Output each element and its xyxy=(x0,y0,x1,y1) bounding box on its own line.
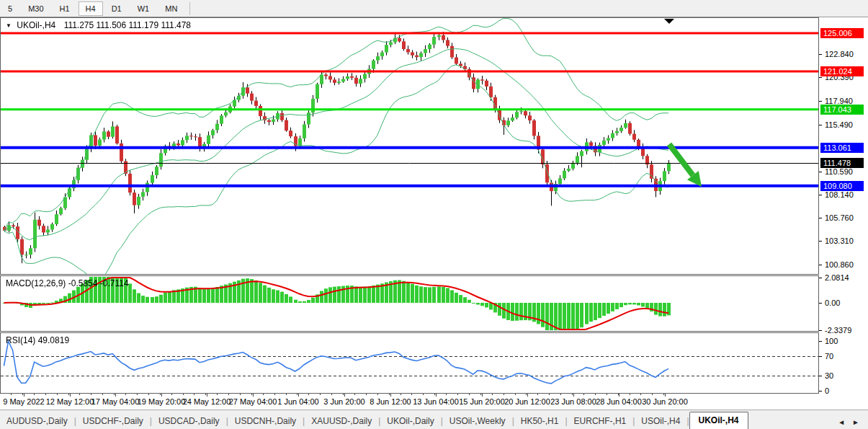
time-tick-label: 20 Jun 12:00 xyxy=(504,397,550,406)
time-tick-label: 3 Jun 20:00 xyxy=(323,397,365,406)
time-minor-tick xyxy=(183,394,184,395)
time-tick-label: 1 Jun 04:00 xyxy=(277,397,319,406)
rsi-value: 49.0819 xyxy=(38,335,69,345)
timeframe-button-d1[interactable]: D1 xyxy=(104,1,129,16)
time-minor-tick xyxy=(457,394,458,395)
time-tick-label: 9 May 2022 xyxy=(3,397,44,406)
rsi-tick-mark xyxy=(819,341,822,342)
chart-shift-marker[interactable] xyxy=(664,19,674,24)
time-tick-label: 28 Jun 04:00 xyxy=(596,397,642,406)
tab-usdcad-daily[interactable]: USDCAD-,Daily xyxy=(152,413,226,429)
time-minor-tick xyxy=(91,394,91,395)
price-tick-mark xyxy=(819,54,822,55)
price-level-badge: 117.043 xyxy=(820,105,864,115)
time-tick-mark xyxy=(390,394,391,397)
time-minor-tick xyxy=(331,394,332,395)
price-tick-mark xyxy=(819,77,822,78)
price-tick-label: 105.760 xyxy=(825,213,854,223)
time-tick-label: 13 Jun 04:00 xyxy=(413,397,459,406)
time-tick-label: 19 May 20:00 xyxy=(138,397,186,406)
macd-tick-mark xyxy=(819,278,822,278)
tab-scroll-controls: ◄► xyxy=(838,415,868,429)
time-minor-tick xyxy=(22,394,23,395)
rsi-canvas[interactable] xyxy=(1,333,818,393)
tab-usdcnh-daily[interactable]: USDCNH-,Daily xyxy=(228,413,303,429)
price-axis[interactable]: 122.840120.390117.940115.490110.590108.1… xyxy=(819,17,868,394)
tabs-scroll-left-button[interactable]: ◄ xyxy=(838,418,845,426)
time-minor-tick xyxy=(469,394,470,395)
tabs-scroll-right-button[interactable]: ► xyxy=(852,418,859,426)
time-tick-mark xyxy=(207,394,207,397)
tab-xauusd-daily[interactable]: XAUUSD-,Daily xyxy=(305,413,378,429)
time-minor-tick xyxy=(377,394,378,395)
time-minor-tick xyxy=(389,394,390,395)
time-minor-tick xyxy=(526,394,527,395)
time-minor-tick xyxy=(595,394,596,395)
timeframe-button-w1[interactable]: W1 xyxy=(130,1,157,16)
time-minor-tick xyxy=(263,394,264,395)
macd-tick-mark xyxy=(819,330,822,331)
time-minor-tick xyxy=(297,394,297,395)
tab-ukoil-daily[interactable]: UKOil-,Daily xyxy=(380,413,440,429)
time-minor-tick xyxy=(549,394,550,395)
time-tick-mark xyxy=(665,394,666,397)
time-tick-label: 17 May 04:00 xyxy=(91,397,140,406)
price-tick-label: 100.860 xyxy=(825,260,854,270)
time-minor-tick xyxy=(286,394,287,395)
time-minor-tick xyxy=(607,394,607,395)
chart-title: ▼ UKOil-,H4 111.275 111.506 111.179 111.… xyxy=(6,20,191,30)
symbol-dropdown-icon[interactable]: ▼ xyxy=(6,22,12,29)
price-tick-mark xyxy=(819,101,822,102)
price-level-badge: 109.080 xyxy=(820,181,864,191)
timeframe-button-h1[interactable]: H1 xyxy=(53,1,77,16)
timeframe-button-m30[interactable]: M30 xyxy=(21,1,50,16)
timeframe-button-h4[interactable]: H4 xyxy=(79,1,103,16)
macd-scale-label: -2.3379 xyxy=(825,325,851,335)
time-minor-tick xyxy=(354,394,355,395)
timeframe-button-5[interactable]: 5 xyxy=(1,1,19,16)
price-level-badge: 113.061 xyxy=(820,143,864,153)
price-tick-mark xyxy=(819,265,822,265)
tab-audusd-daily[interactable]: AUDUSD-,Daily xyxy=(0,413,74,429)
macd-values: -0.5854 -0.7114 xyxy=(68,278,129,288)
time-minor-tick xyxy=(205,394,206,395)
time-tick-mark xyxy=(24,394,24,397)
time-minor-tick xyxy=(446,394,447,395)
time-minor-tick xyxy=(480,394,481,395)
time-minor-tick xyxy=(652,394,653,395)
time-tick-mark xyxy=(115,394,116,397)
price-tick-mark xyxy=(819,125,822,125)
tab-hk50-h1[interactable]: HK50-,H1 xyxy=(514,413,565,429)
time-tick-mark xyxy=(70,394,71,397)
time-minor-tick xyxy=(125,394,126,395)
time-minor-tick xyxy=(434,394,435,395)
time-axis[interactable]: 9 May 202212 May 12:0017 May 04:0019 May… xyxy=(0,394,868,410)
time-minor-tick xyxy=(102,394,103,395)
rsi-scale-label: 100 xyxy=(825,336,838,346)
time-minor-tick xyxy=(492,394,493,395)
tab-eurchf-h1[interactable]: EURCHF-,H1 xyxy=(568,413,633,429)
time-tick-mark xyxy=(527,394,528,397)
macd-scale-label: 2.0814 xyxy=(825,273,849,283)
time-minor-tick xyxy=(68,394,69,395)
price-tick-mark xyxy=(819,172,822,172)
time-tick-label: 23 Jun 08:00 xyxy=(550,397,596,406)
timeframe-button-mn[interactable]: MN xyxy=(158,1,184,16)
macd-scale-label: 0.00 xyxy=(825,298,840,308)
time-minor-tick xyxy=(583,394,584,395)
time-tick-label: 30 Jun 20:00 xyxy=(642,397,688,406)
time-tick-label: 27 May 04:00 xyxy=(229,397,277,406)
price-chart-canvas[interactable] xyxy=(1,18,818,274)
time-minor-tick xyxy=(572,394,573,395)
tab-usoil-weekly[interactable]: USOil-,Weekly xyxy=(443,413,512,429)
time-tick-mark xyxy=(573,394,574,397)
time-tick-label: 12 May 12:00 xyxy=(46,397,94,406)
time-tick-mark xyxy=(253,394,254,397)
tab-ukoil-h4[interactable]: UKOil-,H4 xyxy=(689,412,748,429)
tab-usdchf-daily[interactable]: USDCHF-,Daily xyxy=(76,413,150,429)
time-tick-mark xyxy=(298,394,299,397)
tab-usoil-h4[interactable]: USOil-,H4 xyxy=(635,413,686,429)
time-minor-tick xyxy=(504,394,504,395)
time-tick-mark xyxy=(344,394,345,397)
time-minor-tick xyxy=(57,394,58,395)
